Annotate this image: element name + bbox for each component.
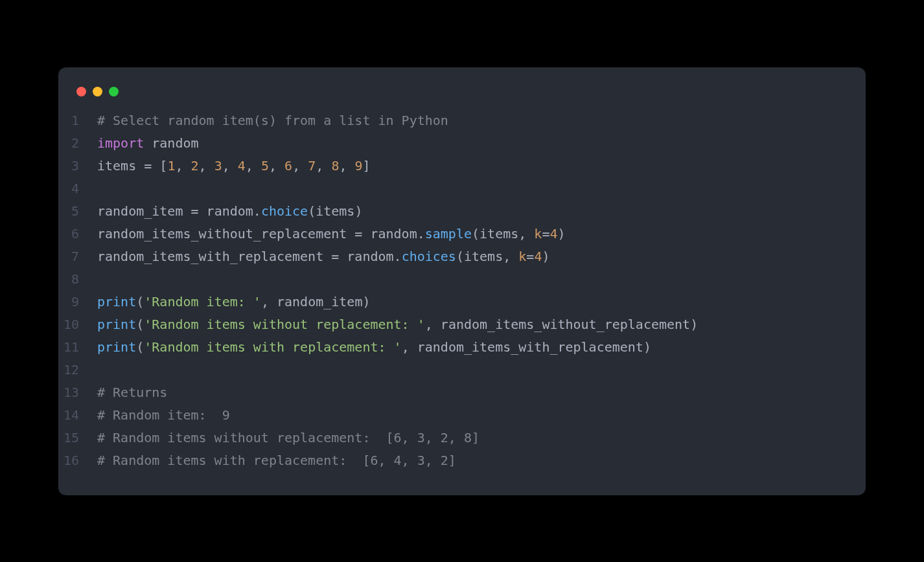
code-line[interactable]: 1# Select random item(s) from a list in … <box>58 109 866 132</box>
token: = <box>354 226 362 242</box>
code-line[interactable]: 10print('Random items without replacemen… <box>58 313 866 336</box>
token: random_items_without_replacement <box>441 317 690 332</box>
code-line[interactable]: 8 <box>58 268 866 291</box>
code-line[interactable]: 6random_items_without_replacement = rand… <box>58 223 866 245</box>
code-line[interactable]: 3items = [1, 2, 3, 4, 5, 6, 7, 8, 9] <box>58 155 866 177</box>
token: = <box>526 249 534 264</box>
line-number: 16 <box>58 449 97 472</box>
token: , <box>261 294 277 309</box>
line-content[interactable]: # Random item: 9 <box>97 404 230 427</box>
line-content[interactable]: print('Random items with replacement: ',… <box>97 336 651 359</box>
token: , <box>316 158 331 174</box>
line-content[interactable]: # Random items without replacement: [6, … <box>97 427 479 449</box>
token: ( <box>308 203 316 219</box>
line-content[interactable]: # Returns <box>97 381 167 404</box>
token: print <box>97 294 136 309</box>
token: , <box>425 317 441 332</box>
code-line[interactable]: 2import random <box>58 132 866 155</box>
token: . <box>253 203 261 219</box>
token: 2 <box>191 158 199 174</box>
line-content[interactable]: random_item = random.choice(items) <box>97 200 362 223</box>
token: random <box>339 249 393 264</box>
line-number: 11 <box>58 336 97 359</box>
line-content[interactable]: # Random items with replacement: [6, 4, … <box>97 449 456 472</box>
code-editor[interactable]: 1# Select random item(s) from a list in … <box>58 109 866 472</box>
token: 4 <box>534 249 542 264</box>
token: random_item <box>277 294 362 309</box>
token: choices <box>402 249 456 264</box>
code-line[interactable]: 5random_item = random.choice(items) <box>58 200 866 223</box>
line-content[interactable]: random_items_without_replacement = rando… <box>97 223 566 245</box>
code-line[interactable]: 9print('Random item: ', random_item) <box>58 291 866 313</box>
token: ( <box>136 294 144 309</box>
code-window: 1# Select random item(s) from a list in … <box>58 67 866 495</box>
token: 3 <box>214 158 222 174</box>
minimize-icon[interactable] <box>93 87 102 96</box>
token: , <box>222 158 238 174</box>
token: 5 <box>261 158 269 174</box>
line-number: 6 <box>58 223 97 245</box>
token: , <box>246 158 261 174</box>
token: ( <box>136 317 144 332</box>
token: , <box>402 339 417 355</box>
line-content[interactable]: print('Random item: ', random_item) <box>97 291 370 313</box>
line-content[interactable]: items = [1, 2, 3, 4, 5, 6, 7, 8, 9] <box>97 155 371 177</box>
token: , <box>175 158 191 174</box>
code-line[interactable]: 14# Random item: 9 <box>58 404 866 427</box>
token: 'Random items with replacement: ' <box>144 339 401 355</box>
code-line[interactable]: 7random_items_with_replacement = random.… <box>58 245 866 268</box>
line-content[interactable]: import random <box>97 132 199 155</box>
line-number: 5 <box>58 200 97 223</box>
token: , <box>518 226 534 242</box>
token: ) <box>362 294 370 309</box>
line-number: 12 <box>58 359 97 381</box>
token: = <box>191 203 199 219</box>
line-content[interactable]: # Select random item(s) from a list in P… <box>97 109 448 132</box>
token: items <box>97 158 144 174</box>
token: ) <box>643 339 651 355</box>
token: [ <box>159 158 167 174</box>
token: # Random items with replacement: [6, 4, … <box>97 453 456 468</box>
token: k <box>534 226 542 242</box>
line-number: 4 <box>58 177 97 200</box>
token: items <box>479 226 518 242</box>
token: items <box>464 249 503 264</box>
token: # Select random item(s) from a list in P… <box>97 113 448 128</box>
code-line[interactable]: 4 <box>58 177 866 200</box>
line-content[interactable]: print('Random items without replacement:… <box>97 313 698 336</box>
code-line[interactable]: 15# Random items without replacement: [6… <box>58 427 866 449</box>
token <box>152 158 159 174</box>
token: ) <box>558 226 566 242</box>
code-line[interactable]: 13# Returns <box>58 381 866 404</box>
token: items <box>316 203 354 219</box>
code-line[interactable]: 11print('Random items with replacement: … <box>58 336 866 359</box>
line-content[interactable]: random_items_with_replacement = random.c… <box>97 245 549 268</box>
token: 4 <box>549 226 557 242</box>
token: 6 <box>284 158 292 174</box>
token: ) <box>354 203 362 219</box>
token: , <box>199 158 214 174</box>
line-number: 10 <box>58 313 97 336</box>
token: = <box>331 249 339 264</box>
line-number: 8 <box>58 268 97 291</box>
token: # Random item: 9 <box>97 407 230 423</box>
line-number: 14 <box>58 404 97 427</box>
token: . <box>394 249 402 264</box>
token: print <box>97 339 136 355</box>
token: random <box>144 135 198 151</box>
line-number: 1 <box>58 109 97 132</box>
token: random_item <box>97 203 191 219</box>
token: # Returns <box>97 385 167 400</box>
close-icon[interactable] <box>76 87 86 96</box>
token: 'Random items without replacement: ' <box>144 317 424 332</box>
token: ] <box>363 158 371 174</box>
code-line[interactable]: 16# Random items with replacement: [6, 4… <box>58 449 866 472</box>
code-line[interactable]: 12 <box>58 359 866 381</box>
zoom-icon[interactable] <box>109 87 119 96</box>
token: , <box>503 249 518 264</box>
token: 7 <box>308 158 316 174</box>
token: random_items_with_replacement <box>97 249 331 264</box>
token: 4 <box>238 158 246 174</box>
token: import <box>97 135 144 151</box>
token: 1 <box>167 158 175 174</box>
